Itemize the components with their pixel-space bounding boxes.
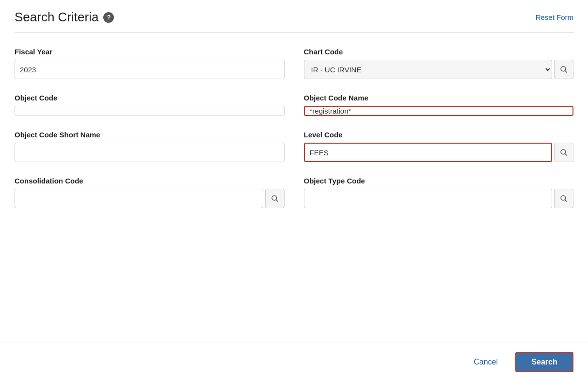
fiscal-year-label: Fiscal Year [15,48,285,56]
consolidation-code-wrapper [15,189,285,208]
svg-point-0 [561,66,566,71]
form-grid: Fiscal Year Chart Code IR - UC IRVINE [15,48,573,208]
consolidation-code-input[interactable] [15,189,263,208]
reset-form-link[interactable]: Reset Form [536,13,573,21]
chart-code-wrapper: IR - UC IRVINE [304,60,574,79]
chart-code-label: Chart Code [304,48,574,56]
level-code-wrapper [304,143,574,162]
consolidation-code-group: Consolidation Code [15,177,285,208]
footer: Cancel Search [0,343,588,381]
level-code-input[interactable] [304,143,553,162]
consolidation-code-label: Consolidation Code [15,177,285,185]
svg-line-3 [565,154,567,156]
page-container: Search Criteria ? Reset Form Fiscal Year… [0,0,588,381]
fiscal-year-input[interactable] [15,60,285,79]
object-code-short-name-group: Object Code Short Name [15,131,285,162]
object-type-code-label: Object Type Code [304,177,574,185]
svg-point-4 [272,196,277,200]
search-button[interactable]: Search [515,352,573,372]
chart-code-search-button[interactable] [554,60,573,79]
object-type-code-search-button[interactable] [554,189,573,208]
svg-point-6 [561,196,566,200]
object-code-input[interactable] [15,106,285,116]
level-code-search-button[interactable] [554,143,573,162]
svg-line-1 [565,71,567,73]
object-code-name-group: Object Code Name [304,94,574,116]
form-area: Fiscal Year Chart Code IR - UC IRVINE [15,48,573,247]
object-type-code-wrapper [304,189,574,208]
svg-point-2 [561,149,566,154]
level-code-group: Level Code [304,131,574,162]
page-title: Search Criteria [15,10,98,25]
cancel-button[interactable]: Cancel [466,354,506,370]
help-icon[interactable]: ? [103,12,114,23]
object-code-name-label: Object Code Name [304,94,574,102]
level-code-label: Level Code [304,131,574,139]
consolidation-code-search-button[interactable] [265,189,285,208]
chart-code-search-icon [559,65,568,74]
object-type-code-group: Object Type Code [304,177,574,208]
svg-line-5 [276,200,278,202]
object-code-short-name-input[interactable] [15,143,285,162]
object-type-code-search-icon [559,194,568,203]
chart-code-group: Chart Code IR - UC IRVINE [304,48,574,79]
object-type-code-input[interactable] [304,189,553,208]
object-code-name-input[interactable] [304,106,574,116]
object-code-label: Object Code [15,94,285,102]
consolidation-code-search-icon [270,194,279,203]
object-code-short-name-label: Object Code Short Name [15,131,285,139]
chart-code-select[interactable]: IR - UC IRVINE [304,60,553,79]
svg-line-7 [565,200,567,202]
fiscal-year-group: Fiscal Year [15,48,285,79]
level-code-search-icon [559,148,568,157]
header: Search Criteria ? Reset Form [15,10,573,33]
header-left: Search Criteria ? [15,10,114,25]
object-code-group: Object Code [15,94,285,116]
